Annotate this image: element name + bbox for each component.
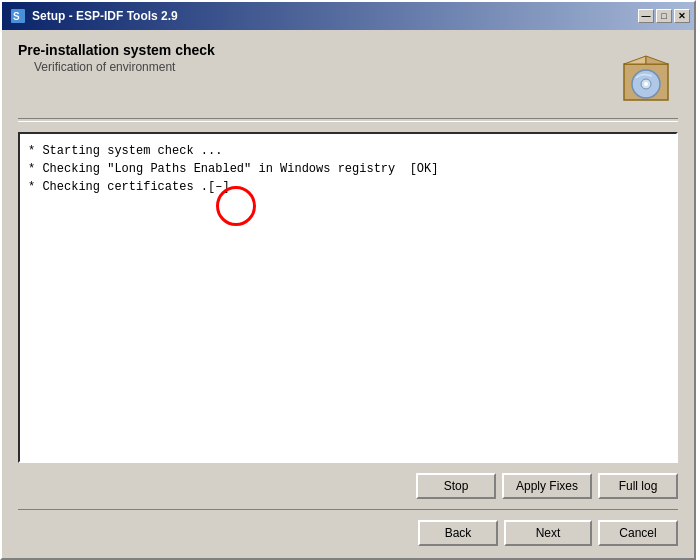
title-bar-text: S Setup - ESP-IDF Tools 2.9 xyxy=(10,8,178,24)
window-content: Pre-installation system check Verificati… xyxy=(2,30,694,558)
back-button[interactable]: Back xyxy=(418,520,498,546)
console-line-1: * Starting system check ... xyxy=(28,142,668,160)
close-button[interactable]: ✕ xyxy=(674,9,690,23)
title-bar: S Setup - ESP-IDF Tools 2.9 — □ ✕ xyxy=(2,2,694,30)
header-text: Pre-installation system check Verificati… xyxy=(18,42,614,74)
divider-top xyxy=(18,118,678,119)
console-line-3: * Checking certificates .[–] xyxy=(28,178,668,196)
header-section: Pre-installation system check Verificati… xyxy=(18,42,678,106)
next-button[interactable]: Next xyxy=(504,520,592,546)
main-window: S Setup - ESP-IDF Tools 2.9 — □ ✕ Pre-in… xyxy=(0,0,696,560)
bottom-section: Stop Apply Fixes Full log Back Next Canc… xyxy=(18,473,678,546)
page-title: Pre-installation system check xyxy=(18,42,614,58)
stop-button[interactable]: Stop xyxy=(416,473,496,499)
app-icon: S xyxy=(10,8,26,24)
divider-bottom xyxy=(18,121,678,122)
console-line-2: * Checking "Long Paths Enabled" in Windo… xyxy=(28,160,668,178)
svg-point-7 xyxy=(644,82,648,86)
page-subtitle: Verification of environment xyxy=(18,60,614,74)
minimize-button[interactable]: — xyxy=(638,9,654,23)
title-bar-controls: — □ ✕ xyxy=(638,9,690,23)
window-title: Setup - ESP-IDF Tools 2.9 xyxy=(32,9,178,23)
maximize-button[interactable]: □ xyxy=(656,9,672,23)
action-buttons: Stop Apply Fixes Full log xyxy=(18,473,678,499)
full-log-button[interactable]: Full log xyxy=(598,473,678,499)
apply-fixes-button[interactable]: Apply Fixes xyxy=(502,473,592,499)
svg-marker-3 xyxy=(624,56,646,64)
console-output: * Starting system check ... * Checking "… xyxy=(18,132,678,463)
svg-marker-4 xyxy=(646,56,668,64)
cancel-button[interactable]: Cancel xyxy=(598,520,678,546)
installer-icon xyxy=(614,42,678,106)
svg-text:S: S xyxy=(13,11,20,22)
nav-buttons: Back Next Cancel xyxy=(18,509,678,546)
